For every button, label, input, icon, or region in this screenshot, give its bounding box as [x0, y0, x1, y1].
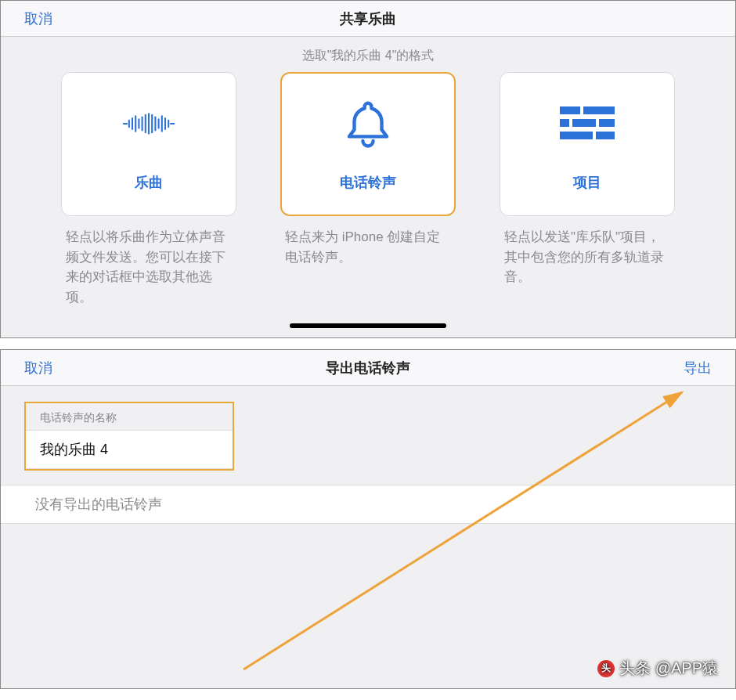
format-card-project-desc: 轻点以发送"库乐队"项目，其中包含您的所有多轨道录音。	[500, 216, 675, 287]
cancel-button[interactable]: 取消	[24, 9, 52, 28]
cancel-button[interactable]: 取消	[24, 359, 52, 377]
export-header: 取消 导出电话铃声 导出	[1, 350, 735, 386]
export-title: 导出电话铃声	[1, 359, 735, 377]
ringtone-name-group: 电话铃声的名称 我的乐曲 4	[24, 402, 234, 471]
svg-rect-18	[572, 119, 596, 127]
tracks-icon	[560, 96, 615, 154]
svg-rect-19	[599, 119, 615, 127]
bell-icon	[341, 96, 395, 154]
export-button[interactable]: 导出	[684, 359, 712, 377]
watermark: 头 头条 @APP猿	[597, 658, 718, 679]
format-card-ringtone[interactable]: 电话铃声	[280, 72, 456, 216]
ringtone-name-caption: 电话铃声的名称	[26, 403, 233, 430]
export-ringtone-panel: 取消 导出电话铃声 导出 电话铃声的名称 我的乐曲 4 没有导出的电话铃声 头 …	[0, 349, 736, 689]
watermark-text: 头条 @APP猿	[619, 658, 718, 679]
waveform-icon	[121, 96, 176, 154]
format-card-song-desc: 轻点以将乐曲作为立体声音频文件发送。您可以在接下来的对话框中选取其他选项。	[61, 216, 236, 307]
home-indicator	[290, 323, 446, 328]
format-card-project[interactable]: 项目	[500, 72, 675, 216]
ringtone-name-input[interactable]: 我的乐曲 4	[26, 430, 233, 469]
annotation-arrow-icon	[236, 388, 705, 677]
svg-rect-21	[596, 132, 615, 139]
svg-line-22	[244, 392, 682, 669]
format-card-project-label: 项目	[573, 173, 601, 192]
watermark-badge-icon: 头	[597, 660, 615, 677]
format-card-song[interactable]: 乐曲	[61, 72, 236, 216]
format-card-ringtone-desc: 轻点来为 iPhone 创建自定电话铃声。	[280, 216, 456, 267]
format-cards-row: 乐曲 轻点以将乐曲作为立体声音频文件发送。您可以在接下来的对话框中选取其他选项。…	[1, 72, 735, 307]
svg-rect-20	[560, 132, 593, 139]
svg-rect-16	[583, 106, 615, 114]
svg-rect-15	[560, 106, 580, 114]
share-song-panel: 取消 共享乐曲 选取"我的乐曲 4"的格式	[0, 0, 736, 338]
format-card-ringtone-label: 电话铃声	[340, 173, 396, 192]
svg-rect-17	[560, 119, 569, 127]
format-subtitle: 选取"我的乐曲 4"的格式	[1, 37, 735, 72]
share-title: 共享乐曲	[1, 9, 735, 28]
share-header: 取消 共享乐曲	[1, 1, 735, 37]
format-card-song-label: 乐曲	[135, 173, 163, 192]
